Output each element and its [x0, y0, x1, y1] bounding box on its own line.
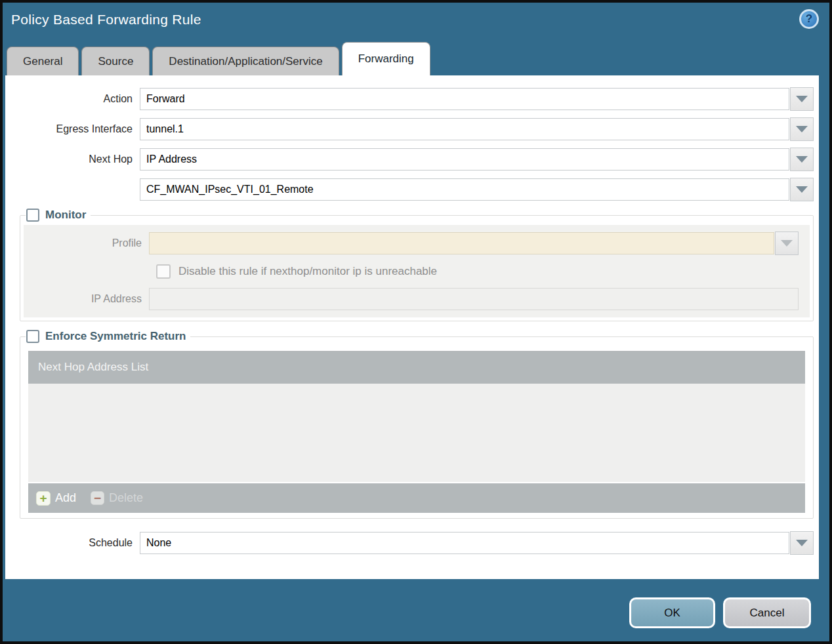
profile-label: Profile: [24, 232, 149, 254]
monitor-section-body: Profile Disable this rule if nexthop/mon…: [24, 225, 810, 317]
egress-interface-dropdown-button[interactable]: [790, 117, 814, 141]
next-hop-address-list-toolbar: + Add − Delete: [28, 483, 805, 513]
next-hop-address-list-body: [28, 384, 805, 482]
chevron-down-icon: [796, 540, 808, 546]
symmetric-return-section-title: Enforce Symmetric Return: [45, 330, 186, 343]
tab-general[interactable]: General: [7, 47, 79, 75]
action-row: Action: [5, 88, 814, 110]
symmetric-return-section: Enforce Symmetric Return Next Hop Addres…: [20, 330, 814, 519]
monitor-ip-label: IP Address: [24, 288, 149, 310]
next-hop-type-input[interactable]: [140, 148, 789, 171]
disable-rule-checkbox[interactable]: [156, 264, 171, 279]
next-hop-address-row: [5, 178, 814, 201]
tab-destination-application-service[interactable]: Destination/Application/Service: [152, 47, 339, 75]
monitor-ip-input[interactable]: [149, 288, 799, 310]
tab-forwarding[interactable]: Forwarding: [342, 42, 430, 75]
plus-icon: +: [36, 491, 51, 506]
ok-button[interactable]: OK: [629, 597, 715, 628]
action-label: Action: [5, 88, 140, 110]
profile-row: Profile: [24, 232, 799, 254]
chevron-down-icon: [796, 186, 808, 193]
monitor-section-title: Monitor: [45, 209, 86, 222]
chevron-down-icon: [796, 126, 808, 132]
profile-input[interactable]: [149, 232, 774, 254]
cancel-button[interactable]: Cancel: [723, 597, 811, 628]
monitor-checkbox[interactable]: [26, 209, 39, 222]
next-hop-dropdown-button[interactable]: [790, 148, 814, 171]
schedule-input[interactable]: [140, 532, 789, 554]
egress-interface-input[interactable]: [140, 118, 789, 140]
add-button[interactable]: + Add: [36, 491, 76, 506]
profile-dropdown-button[interactable]: [775, 231, 799, 255]
schedule-dropdown-button[interactable]: [790, 531, 814, 555]
next-hop-address-list-table: Next Hop Address List + Add − Delete: [28, 351, 805, 513]
add-button-label: Add: [55, 491, 76, 505]
monitor-ip-row: IP Address: [24, 288, 799, 310]
action-dropdown-button[interactable]: [790, 87, 814, 111]
chevron-down-icon: [796, 96, 808, 102]
policy-forwarding-dialog: Policy Based Forwarding Rule ? General S…: [0, 0, 832, 644]
next-hop-address-dropdown-button[interactable]: [790, 178, 814, 201]
action-input[interactable]: [140, 88, 789, 110]
next-hop-address-list-header: Next Hop Address List: [28, 351, 805, 384]
chevron-down-icon: [796, 156, 808, 163]
tab-source[interactable]: Source: [81, 47, 150, 75]
next-hop-address-input[interactable]: [140, 178, 789, 201]
tab-bar: General Source Destination/Application/S…: [7, 42, 430, 75]
schedule-label: Schedule: [5, 532, 140, 554]
help-icon[interactable]: ?: [799, 9, 819, 29]
schedule-row: Schedule: [5, 532, 814, 554]
forwarding-tab-content: Action Egress Interface Next Hop: [5, 75, 819, 579]
disable-rule-label: Disable this rule if nexthop/monitor ip …: [178, 265, 437, 278]
dialog-title: Policy Based Forwarding Rule: [11, 12, 201, 28]
chevron-down-icon: [781, 240, 793, 247]
next-hop-label: Next Hop: [5, 148, 140, 171]
egress-interface-row: Egress Interface: [5, 118, 814, 140]
delete-button[interactable]: − Delete: [91, 491, 143, 505]
monitor-section: Monitor Profile Disable this rule if nex…: [20, 209, 814, 321]
symmetric-return-checkbox[interactable]: [26, 330, 39, 343]
next-hop-row: Next Hop: [5, 148, 814, 171]
disable-rule-row: Disable this rule if nexthop/monitor ip …: [156, 264, 804, 279]
minus-icon: −: [91, 491, 104, 505]
delete-button-label: Delete: [109, 491, 143, 505]
egress-interface-label: Egress Interface: [5, 118, 140, 140]
